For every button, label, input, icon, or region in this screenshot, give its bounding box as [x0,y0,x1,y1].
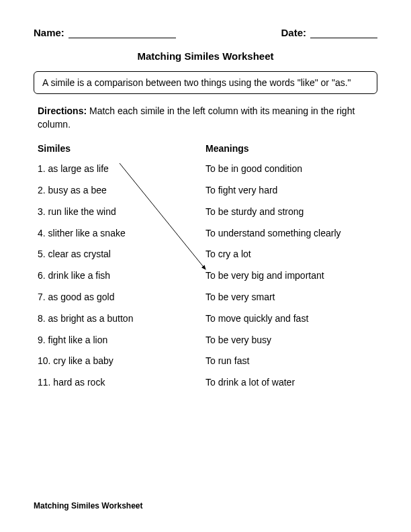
similes-header: Similes [38,143,205,154]
meaning-item: To understand something clearly [205,228,373,239]
meaning-item: To fight very hard [205,185,373,196]
simile-item: 7. as good as gold [38,292,205,303]
simile-item: 11. hard as rock [38,377,205,388]
definition-box: A simile is a comparison between two thi… [34,71,377,94]
simile-item: 8. as bright as a button [38,313,205,324]
simile-item: 2. busy as a bee [38,185,205,196]
meaning-item: To drink a lot of water [205,377,373,388]
meaning-item: To cry a lot [205,249,373,260]
meanings-header: Meanings [205,143,373,154]
directions: Directions: Match each simile in the lef… [38,105,373,131]
simile-item: 5. clear as crystal [38,249,205,260]
simile-item: 4. slither like a snake [38,228,205,239]
simile-item: 10. cry like a baby [38,355,205,367]
meaning-item: To be very big and important [205,270,373,281]
meaning-item: To run fast [205,355,373,367]
similes-column: Similes 1. as large as life 2. busy as a… [38,143,205,398]
name-input-line[interactable] [68,38,176,38]
columns-container: Similes 1. as large as life 2. busy as a… [38,143,373,398]
footer-title: Matching Similes Worksheet [34,501,143,511]
meaning-item: To move quickly and fast [205,313,373,324]
simile-item: 1. as large as life [38,163,205,175]
date-field: Date: [281,27,377,38]
simile-item: 3. run like the wind [38,206,205,218]
meaning-item: To be in good condition [205,163,373,175]
name-field: Name: [34,27,176,38]
meaning-item: To be sturdy and strong [205,206,373,218]
definition-text: A simile is a comparison between two thi… [42,77,351,88]
header-row: Name: Date: [34,27,377,38]
worksheet-title: Matching Similes Worksheet [34,50,377,62]
name-label: Name: [34,27,64,38]
simile-item: 6. drink like a fish [38,270,205,281]
simile-item: 9. fight like a lion [38,335,205,346]
meaning-item: To be very smart [205,292,373,303]
date-label: Date: [281,27,306,38]
directions-label: Directions: [38,105,87,116]
date-input-line[interactable] [310,38,377,38]
meanings-column: Meanings To be in good condition To figh… [205,143,373,398]
meaning-item: To be very busy [205,335,373,346]
